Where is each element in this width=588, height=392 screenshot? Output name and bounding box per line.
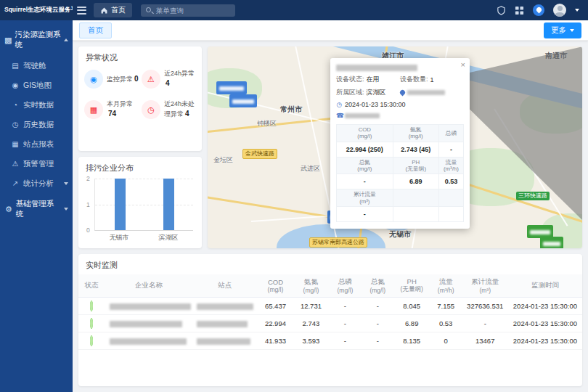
popup-row-status: 设备状态:在用 设备数量:1 xyxy=(336,75,464,84)
stat-monitor-abnormal[interactable]: ◉ 监控异常0 xyxy=(84,70,139,89)
table-row[interactable]: 65.43712.731 -- 8.0457.155 327636.531202… xyxy=(78,298,582,315)
search-input[interactable] xyxy=(141,4,235,17)
chevron-down-icon xyxy=(64,182,68,185)
enterprise-marker[interactable] xyxy=(229,94,257,107)
alert-bell-icon: ⚠ xyxy=(11,160,20,168)
map-pin-icon: ◉ xyxy=(11,81,20,89)
stat-label: 近24h未处理异常 xyxy=(164,100,195,118)
sidebar-item-label: 驾驶舱 xyxy=(23,61,46,71)
calendar-month-icon: ▦ xyxy=(84,100,103,119)
sidebar-item-alert-management[interactable]: ⚠ 预警管理 xyxy=(0,154,73,173)
sidebar: ▩ 污染源监测系统 ▤ 驾驶舱 ◉ GIS地图 ◔ 实时数据 ◷ 历史数据 ▦ xyxy=(0,20,73,392)
breadcrumb-home-label: 首页 xyxy=(111,5,126,15)
abnormal-status-card: 异常状况 ◉ 监控异常0 ⚠ 近24h异常4 xyxy=(78,46,202,151)
redacted-text xyxy=(543,242,560,246)
more-button-label: 更多 xyxy=(551,25,566,36)
popup-metrics-grid: COD (mg/l)氨氮 (mg/l)总磷 22.994 (250)2.743 … xyxy=(336,124,464,222)
sidebar-item-label: 实时数据 xyxy=(23,100,54,110)
breadcrumb-home[interactable]: 首页 xyxy=(94,3,132,17)
enterprise-marker[interactable] xyxy=(216,81,247,94)
redacted-text xyxy=(110,321,182,327)
table-row[interactable]: 41.9333.593 -- 8.1350 134672024-01-23 15… xyxy=(78,332,582,350)
sidebar-item-gis-map[interactable]: ◉ GIS地图 xyxy=(0,75,73,95)
redacted-text xyxy=(197,321,248,327)
stat-label: 监控异常 xyxy=(107,75,133,83)
device-count-label: 设备数量: xyxy=(400,75,428,84)
abnormal-card-title: 异常状况 xyxy=(78,46,202,67)
stat-label: 本月异常 xyxy=(107,100,133,107)
map-road-label-jinwu: 金武快速路 xyxy=(242,149,277,159)
history-clock-icon: ◷ xyxy=(11,121,20,128)
phone-icon: ☎ xyxy=(336,112,343,119)
bar-chart: 2 1 0 无锡市 滨湖区 xyxy=(78,177,202,248)
redacted-text xyxy=(407,90,445,95)
stat-24h-abnormal[interactable]: ⚠ 近24h异常4 xyxy=(142,70,196,89)
menu-toggle-icon[interactable] xyxy=(77,7,86,15)
water-drop-badge-icon[interactable] xyxy=(533,4,544,16)
sidebar-item-site-report[interactable]: ▦ 站点报表 xyxy=(0,134,73,154)
apps-grid-icon[interactable] xyxy=(515,6,524,15)
app-logo: Squirrel生态环境云服务平台 xyxy=(0,6,73,15)
sidebar-section-label: 基础管理系统 xyxy=(16,199,61,219)
map-label-wuxi: 无锡市 xyxy=(389,229,411,240)
sidebar-item-history-data[interactable]: ◷ 历史数据 xyxy=(0,115,73,134)
stat-value: 0 xyxy=(134,75,139,83)
stat-value: 4 xyxy=(166,79,170,87)
y-tick: 0 xyxy=(86,226,90,234)
sidebar-section-label: 污染源监测系统 xyxy=(15,30,61,50)
sidebar-item-dashboard[interactable]: ▤ 驾驶舱 xyxy=(0,56,73,75)
enterprise-distribution-card: 排污企业分布 2 1 0 xyxy=(78,157,202,248)
gridline xyxy=(95,205,193,205)
popup-row-phone: ☎ xyxy=(336,112,464,119)
monitor-table-header: 状态 企业名称 站点 COD(mg/l) 氨氮(mg/l) 总磷(mg/l) 总… xyxy=(78,274,582,298)
frame: ▩ 污染源监测系统 ▤ 驾驶舱 ◉ GIS地图 ◔ 实时数据 ◷ 历史数据 ▦ xyxy=(0,20,588,392)
sidebar-item-label: 历史数据 xyxy=(23,120,54,130)
x-axis-labels: 无锡市 滨湖区 xyxy=(94,233,193,242)
status-label: 设备状态: xyxy=(336,75,364,84)
home-icon xyxy=(100,7,108,15)
user-menu-caret-icon[interactable] xyxy=(575,9,579,12)
redacted-text xyxy=(110,303,191,310)
top-header: Squirrel生态环境云服务平台 首页 xyxy=(0,0,588,20)
y-tick: 1 xyxy=(86,201,90,208)
redacted-text xyxy=(345,113,380,118)
map[interactable]: 靖江市 南通市 常州市 江阴市 无锡市 钟楼区 金坛区 武进区 金武快速路 三环… xyxy=(208,46,582,248)
map-label-wujin: 武进区 xyxy=(301,164,320,173)
chart-plot-area: 2 1 0 xyxy=(94,179,193,231)
sidebar-item-realtime-data[interactable]: ◔ 实时数据 xyxy=(0,95,73,115)
dashboard-icon: ▤ xyxy=(11,62,20,70)
region-label: 所属区域: xyxy=(336,88,364,97)
chevron-up-icon xyxy=(64,38,68,41)
sidebar-item-label: GIS地图 xyxy=(23,81,52,91)
app-root: Squirrel生态环境云服务平台 首页 ▩ 污染源监测系统 xyxy=(0,0,588,392)
sidebar-item-statistics[interactable]: ↗ 统计分析 xyxy=(0,173,73,193)
stat-value: 4 xyxy=(185,110,189,118)
abnormal-stats: ◉ 监控异常0 ⚠ 近24h异常4 ▦ 本月异常74 xyxy=(78,67,202,128)
monitor-table-title: 实时监测 xyxy=(78,254,582,274)
stat-month-abnormal[interactable]: ▦ 本月异常74 xyxy=(84,100,139,119)
x-tick: 滨湖区 xyxy=(144,233,193,242)
monitor-table: 状态 企业名称 站点 COD(mg/l) 氨氮(mg/l) 总磷(mg/l) 总… xyxy=(78,274,582,350)
stat-24h-unhandled[interactable]: ◷ 近24h未处理异常4 xyxy=(142,100,196,119)
clock-icon: ◷ xyxy=(336,101,343,108)
redacted-text xyxy=(219,86,244,91)
bar-wuxi[interactable] xyxy=(115,179,126,230)
redacted-text xyxy=(530,230,550,234)
map-road-label-sanhuan: 三环快速路 xyxy=(516,192,550,200)
bar-binhu[interactable] xyxy=(163,179,174,230)
table-row[interactable]: 22.9942.743 -- 6.890.53 -2024-01-23 15:3… xyxy=(78,315,582,332)
x-tick: 无锡市 xyxy=(94,233,144,242)
scenic-marker[interactable] xyxy=(540,237,563,248)
chevron-down-icon xyxy=(64,208,68,211)
popup-time: 2024-01-23 15:30:00 xyxy=(345,101,406,108)
shield-icon[interactable] xyxy=(497,6,506,15)
close-icon[interactable]: × xyxy=(461,60,465,69)
more-button[interactable]: 更多 xyxy=(544,23,581,38)
sidebar-section-basic-management[interactable]: ⚙ 基础管理系统 xyxy=(0,193,73,225)
menu-search xyxy=(141,4,235,17)
sidebar-section-pollution[interactable]: ▩ 污染源监测系统 xyxy=(0,24,73,56)
report-icon: ▦ xyxy=(11,140,20,148)
tab-strip: 首页 更多 xyxy=(73,20,588,41)
avatar[interactable] xyxy=(553,4,566,17)
tab-home[interactable]: 首页 xyxy=(79,23,112,38)
